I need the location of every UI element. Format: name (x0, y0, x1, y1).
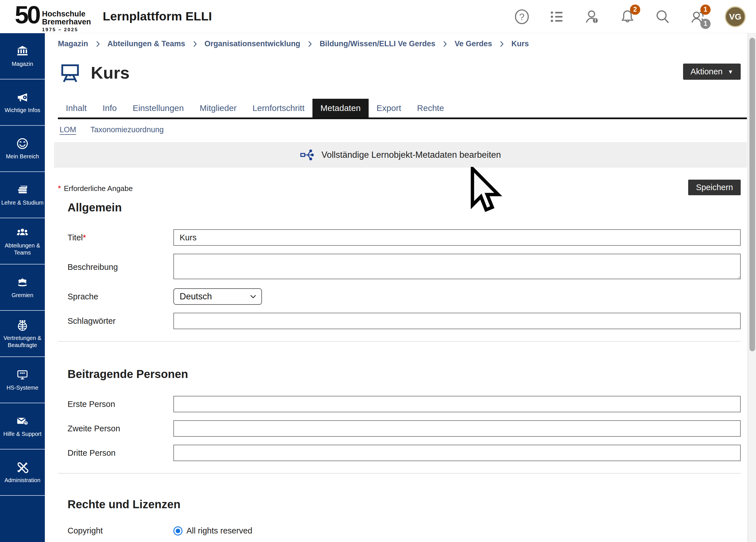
copyright-option-label: All rights reserved (186, 526, 252, 535)
copyright-radio-selected[interactable] (173, 526, 182, 535)
zweite-person-input[interactable] (173, 420, 741, 437)
tab-mitglieder[interactable]: Mitglieder (192, 99, 245, 117)
schlagwoerter-label: Schlagwörter (58, 316, 173, 326)
tab-einstellungen[interactable]: Einstellungen (125, 99, 192, 117)
tab-info[interactable]: Info (95, 99, 125, 117)
edit-full-metadata-banner[interactable]: Vollständige Lernobjekt-Metadaten bearbe… (54, 142, 747, 168)
page-title: Kurs (91, 63, 130, 83)
people-group-icon (16, 226, 29, 239)
sprache-selected-value: Deutsch (180, 291, 212, 302)
sidebar-item-magazin[interactable]: Magazin (0, 33, 45, 79)
breadcrumb-item[interactable]: Bildung/Wissen/ELLI Ve Gerdes (320, 39, 435, 48)
erste-person-label: Erste Person (58, 400, 173, 409)
sidebar-item-lehre-studium[interactable]: Lehre & Studium (0, 172, 45, 218)
tab-inhalt[interactable]: Inhalt (58, 99, 95, 117)
user-avatar[interactable]: VG (725, 6, 746, 27)
tab-lernfortschritt[interactable]: Lernfortschritt (245, 99, 312, 117)
top-header: 50 Hochschule Bremerhaven 1975 – 2025 Le… (0, 0, 756, 33)
user-alert-icon[interactable]: ! (584, 9, 600, 25)
svg-text:***: *** (20, 371, 25, 376)
field-row-titel: Titel* (58, 229, 741, 246)
sidebar-item-hilfe-support[interactable]: ? Hilfe & Support (0, 403, 45, 449)
tab-metadaten[interactable]: Metadaten (312, 99, 369, 117)
dritte-person-label: Dritte Person (58, 448, 173, 458)
field-row-schlagwoerter: Schlagwörter (58, 313, 741, 329)
svg-text:!: ! (595, 18, 596, 23)
erste-person-input[interactable] (173, 396, 741, 412)
tab-bar: Inhalt Info Einstellungen Mitglieder Ler… (58, 99, 747, 119)
beschreibung-textarea[interactable] (173, 254, 741, 279)
mail-help-icon: ? (16, 415, 29, 428)
contacts-badge-bottom: 1 (700, 19, 711, 29)
sidebar-item-mein-bereich[interactable]: Mein Bereich (0, 126, 45, 172)
sidebar-item-label: Hilfe & Support (3, 430, 42, 438)
sidebar-item-administration[interactable]: Administration (0, 449, 45, 496)
required-asterisk: * (58, 184, 61, 193)
logo-years: 1975 – 2025 (42, 27, 91, 33)
titel-required-asterisk: * (83, 233, 86, 242)
sprache-select[interactable]: Deutsch (173, 288, 262, 305)
course-board-icon (59, 61, 81, 84)
tools-icon (16, 461, 29, 474)
notifications-bell-icon[interactable]: 2 (619, 9, 636, 25)
select-chevron-icon (250, 295, 256, 299)
smiley-icon (16, 137, 29, 150)
sidebar-item-label: Wichtige Infos (5, 107, 40, 114)
sidebar-item-abteilungen-teams[interactable]: Abteilungen & Teams (0, 218, 45, 264)
zweite-person-label: Zweite Person (58, 424, 173, 433)
titel-label: Titel* (58, 233, 173, 242)
chevron-right-icon (193, 41, 197, 47)
section-title-allgemein: Allgemein (68, 201, 741, 214)
caret-down-icon: ▼ (728, 69, 733, 75)
save-button[interactable]: Speichern (688, 180, 741, 195)
breadcrumb-item-current[interactable]: Kurs (511, 39, 529, 48)
actions-button[interactable]: Aktionen ▼ (683, 64, 741, 80)
sidebar-item-wichtige-infos[interactable]: Wichtige Infos (0, 79, 45, 126)
dritte-person-input[interactable] (173, 445, 741, 461)
chevron-right-icon (96, 41, 100, 47)
required-hint-row: * Erforderliche Angabe Speichern (58, 180, 741, 197)
schlagwoerter-input[interactable] (173, 313, 741, 329)
logo-number: 50 (15, 3, 39, 27)
sidebar-item-vertretungen-beauftragte[interactable]: Vertretungen & Beauftragte (0, 311, 45, 357)
sidebar-item-label: Mein Bereich (6, 153, 39, 160)
section-title-beitragende-personen: Beitragende Personen (68, 368, 741, 381)
page-scrollbar[interactable] (747, 33, 756, 542)
breadcrumb-item[interactable]: Magazin (58, 39, 88, 48)
monitor-icon: *** (16, 368, 29, 381)
subtab-taxonomiezuordnung[interactable]: Taxonomiezuordnung (91, 125, 164, 134)
section-title-rechte-lizenzen: Rechte und Lizenzen (68, 498, 741, 511)
copyright-label: Copyright (58, 526, 173, 535)
required-hint: Erforderliche Angabe (64, 184, 133, 193)
breadcrumb-item[interactable]: Ve Gerdes (455, 39, 492, 48)
actions-button-label: Aktionen (690, 67, 723, 76)
breadcrumb-item[interactable]: Organisationsentwicklung (205, 39, 301, 48)
breadcrumb-item[interactable]: Abteilungen & Teams (108, 39, 185, 48)
search-icon[interactable] (654, 9, 671, 25)
bullet-list-icon[interactable] (549, 9, 565, 25)
help-icon[interactable]: ? (514, 9, 530, 25)
tab-export[interactable]: Export (369, 99, 409, 117)
contacts-badge-top: 1 (700, 5, 711, 15)
svg-text:?: ? (25, 421, 27, 425)
field-row-erste-person: Erste Person (58, 396, 741, 412)
subtab-lom[interactable]: LOM (60, 125, 76, 134)
field-row-copyright: Copyright All rights reserved (58, 526, 741, 535)
metadata-hub-icon (300, 148, 314, 162)
contacts-icon[interactable]: 1 1 (690, 9, 706, 25)
app-title: Lernplattform ELLI (103, 9, 212, 23)
field-row-dritte-person: Dritte Person (58, 445, 741, 461)
sidebar-item-hs-systeme[interactable]: *** HS-Systeme (0, 357, 45, 403)
main-content: Magazin Abteilungen & Teams Organisation… (45, 33, 747, 542)
breadcrumb: Magazin Abteilungen & Teams Organisation… (58, 33, 741, 48)
titel-input[interactable] (173, 229, 741, 246)
logo-name-line2: Bremerhaven (42, 18, 91, 26)
tab-rechte[interactable]: Rechte (409, 99, 452, 117)
sidebar-item-gremien[interactable]: Gremien (0, 264, 45, 311)
field-row-zweite-person: Zweite Person (58, 420, 741, 437)
scrollbar-thumb[interactable] (749, 38, 755, 351)
globe-people-icon (16, 319, 29, 332)
sidebar-item-label: Lehre & Studium (1, 199, 44, 206)
bank-icon (16, 45, 29, 58)
bell-badge: 2 (630, 5, 640, 15)
